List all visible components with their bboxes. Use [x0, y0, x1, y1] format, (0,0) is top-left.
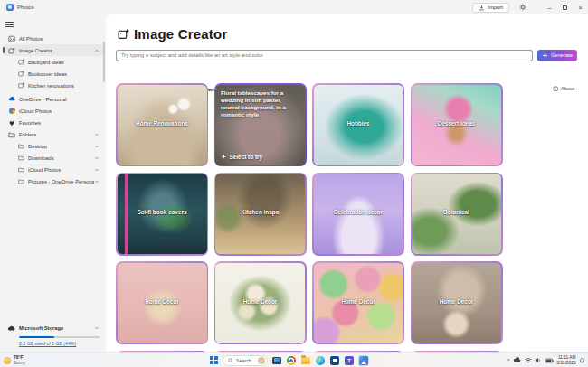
taskbar-app-photos-active[interactable] [358, 355, 369, 366]
sidebar-item-onedrive-personal[interactable]: OneDrive - Personal [3, 93, 103, 105]
sidebar-item-icloud-photos[interactable]: iCloud Photos [3, 105, 103, 117]
sidebar-item-label: Image Creator [19, 48, 52, 53]
idea-card-botanical[interactable]: Botanical [411, 173, 503, 256]
idea-card-home-decor-1[interactable]: Home Decor [116, 261, 208, 344]
chevron-down-icon[interactable] [94, 179, 100, 184]
onedrive-tray-icon[interactable] [513, 357, 521, 363]
start-button[interactable] [208, 355, 219, 366]
about-button[interactable]: About [553, 86, 574, 92]
taskbar-app-edge[interactable] [315, 355, 326, 366]
taskbar-app-store[interactable] [329, 355, 340, 366]
maximize-button[interactable] [557, 0, 573, 14]
generate-label: Generate [551, 52, 573, 58]
desktop-app-icon [272, 357, 281, 364]
minimize-button[interactable]: – [542, 0, 557, 14]
hamburger-menu-icon[interactable] [5, 19, 20, 30]
sidebar-item-desktop[interactable]: Desktop [3, 140, 103, 152]
close-button[interactable]: × [573, 0, 588, 14]
sidebar-item-favorites[interactable]: Favorites [3, 117, 103, 128]
speaker-icon[interactable] [535, 357, 542, 363]
card-label: Home Decor [413, 298, 499, 305]
storage-progress-bar [19, 336, 100, 339]
settings-gear-icon[interactable] [517, 1, 529, 14]
image-creator-icon [17, 59, 24, 66]
app-identity: Photos [0, 4, 34, 11]
wifi-icon[interactable] [525, 357, 532, 363]
icloud-photos-icon [8, 108, 15, 115]
search-label: Search [236, 358, 255, 363]
idea-card-dessert-ideas[interactable]: Dessert ideas [411, 83, 503, 166]
idea-card-home-decor-3[interactable]: Home Decor [312, 261, 404, 344]
idea-card-kitchen-inspo[interactable]: Kitchen inspo [214, 173, 307, 256]
taskbar-app-file-explorer[interactable] [300, 355, 311, 366]
idea-card-scifi-book-covers[interactable]: Sci-fi book covers [116, 173, 208, 256]
taskbar: 78°F Sunny Search T ^ [0, 352, 588, 367]
chevron-down-icon[interactable] [94, 144, 100, 149]
taskbar-app-chrome[interactable] [286, 355, 297, 366]
sidebar-item-icloud-photos-folder[interactable]: iCloud Photos [3, 164, 103, 175]
sidebar-item-label: Bookcover ideas [28, 71, 67, 77]
photo-icon [8, 35, 15, 42]
image-creator-icon [17, 71, 24, 78]
info-icon [553, 86, 559, 92]
titlebar: Photos Import – × [0, 0, 588, 14]
card-label: Home Renovations [119, 120, 205, 127]
sidebar-item-label: Backyard ideas [28, 60, 64, 65]
taskbar-clock[interactable]: 11:11 AM 3/31/2025 [556, 355, 575, 366]
sidebar-item-folders[interactable]: Folders [3, 128, 103, 140]
chevron-down-icon[interactable] [94, 167, 100, 173]
folder-icon [17, 143, 24, 150]
weather-widget[interactable]: 78°F Sunny [4, 353, 25, 367]
tray-chevron-up-icon[interactable]: ^ [507, 358, 510, 363]
idea-card-home-decor-2[interactable]: Home Decor [214, 261, 307, 344]
chevron-down-icon[interactable] [94, 325, 100, 331]
card-label: Home Decor [316, 298, 402, 305]
taskbar-search[interactable]: Search [223, 355, 268, 366]
cloud-icon [7, 325, 15, 333]
idea-card-hobbies[interactable]: Hobbies [312, 83, 404, 166]
card-label: Home Decor [217, 298, 303, 305]
idea-card-celebration-decor[interactable]: Celebration decor [312, 173, 404, 256]
folder-icon [17, 166, 24, 174]
taskbar-app-teams[interactable]: T [344, 355, 355, 366]
prompt-input[interactable] [116, 50, 533, 61]
weather-condition: Sunny [14, 361, 25, 365]
chrome-icon [287, 356, 296, 365]
import-icon [479, 5, 485, 11]
notification-bell-icon[interactable] [579, 357, 585, 364]
sidebar-item-bookcover-ideas[interactable]: Bookcover ideas [3, 68, 103, 80]
sidebar-scrollbar[interactable] [103, 42, 105, 82]
search-highlight-thumbnail [258, 357, 265, 364]
sidebar-item-all-photos[interactable]: All Photos [3, 33, 103, 44]
sidebar-item-label: Downloads [28, 155, 54, 161]
sidebar-item-label: Desktop [28, 144, 47, 149]
windows-logo-icon [210, 356, 218, 364]
clock-date: 3/31/2025 [556, 361, 575, 366]
main-content: Image Creator Generate Explore ideas and… [106, 14, 588, 352]
chevron-up-icon[interactable] [94, 48, 100, 53]
card-label: Dessert ideas [413, 120, 499, 127]
idea-card-selected-prompt[interactable]: Floral tablescapes for a wedding in soft… [214, 83, 307, 166]
photos-app-window: Photos Import – × All Photos [0, 0, 588, 367]
sidebar-item-image-creator[interactable]: Image Creator [3, 44, 103, 56]
page-heading: Image Creator [118, 26, 227, 42]
storage-usage-link[interactable]: 2.2 GB used of 5 GB (44%) [19, 341, 100, 346]
sidebar-item-backyard-ideas[interactable]: Backyard ideas [3, 56, 103, 68]
import-button[interactable]: Import [472, 3, 509, 13]
microsoft-store-icon [330, 356, 339, 365]
sidebar-item-downloads[interactable]: Downloads [3, 152, 103, 164]
sidebar-item-pictures-onedrive[interactable]: Pictures - OneDrive Personal [3, 175, 103, 187]
taskbar-app-desktop[interactable] [271, 355, 282, 366]
card-label: Celebration decor [316, 209, 402, 215]
chevron-down-icon[interactable] [94, 132, 100, 137]
idea-card-home-decor-4[interactable]: Home Decor [411, 261, 503, 344]
sidebar-item-kitchen-renovations[interactable]: Kitchen renovations [3, 80, 103, 91]
idea-card-home-renovations[interactable]: Home Renovations [116, 83, 208, 166]
battery-icon[interactable] [545, 358, 554, 363]
sparkle-icon [221, 154, 227, 160]
edge-icon [316, 356, 325, 365]
select-to-try-button[interactable]: Select to try [221, 154, 262, 160]
chevron-down-icon[interactable] [94, 155, 100, 161]
storage-header[interactable]: Microsoft Storage [7, 324, 100, 334]
generate-button[interactable]: Generate [537, 50, 577, 61]
